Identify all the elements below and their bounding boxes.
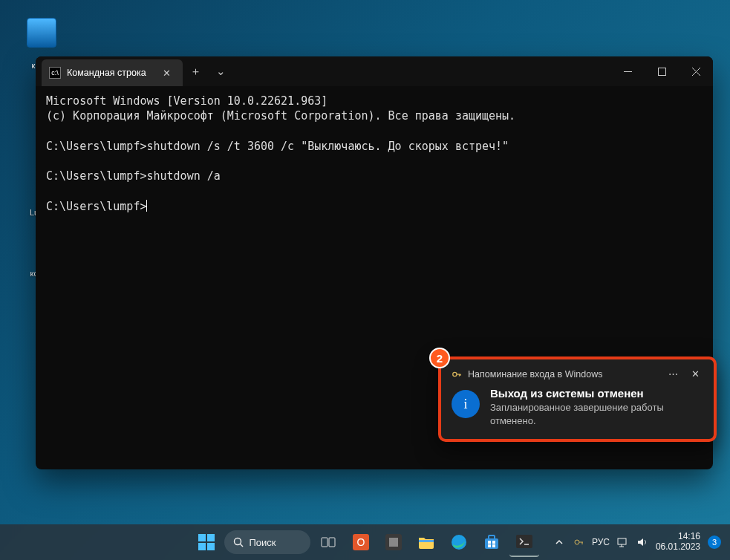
key-icon xyxy=(452,369,462,380)
tray-network-icon[interactable] xyxy=(617,536,629,548)
taskbar-app[interactable] xyxy=(379,527,408,557)
start-button[interactable] xyxy=(192,527,221,557)
taskbar: Поиск O РУС 14:16 06.01.2023 3 xyxy=(0,524,730,560)
svg-rect-25 xyxy=(492,541,495,544)
taskbar-search[interactable]: Поиск xyxy=(224,530,310,554)
toast-message: Запланированное завершение работы отмене… xyxy=(490,401,703,427)
app-icon: O xyxy=(353,534,369,550)
svg-point-30 xyxy=(575,540,579,544)
command-text: shutdown /s /t 3600 /c "Выключаюсь. До с… xyxy=(146,140,509,153)
taskbar-explorer[interactable] xyxy=(411,527,441,557)
text-cursor xyxy=(146,200,147,212)
toast-more-button[interactable]: ⋯ xyxy=(665,368,681,380)
output-line: (c) Корпорация Майкрософт (Microsoft Cor… xyxy=(46,109,515,123)
taskbar-app[interactable]: O xyxy=(346,527,376,557)
prompt: C:\Users\lumpf> xyxy=(46,200,146,213)
info-icon: i xyxy=(452,390,480,418)
svg-rect-11 xyxy=(207,543,215,550)
desktop-icon-thispc[interactable] xyxy=(24,18,59,50)
terminal-icon xyxy=(516,535,532,548)
output-line: Microsoft Windows [Version 10.0.22621.96… xyxy=(46,94,327,108)
prompt: C:\Users\lumpf> xyxy=(46,169,146,183)
tray-key-icon[interactable] xyxy=(573,536,584,548)
taskview-icon xyxy=(321,535,336,550)
svg-rect-20 xyxy=(419,540,434,542)
task-view-button[interactable] xyxy=(313,527,343,557)
maximize-button[interactable] xyxy=(645,56,679,86)
app-icon xyxy=(385,534,402,550)
tab-close-button[interactable]: ✕ xyxy=(157,68,175,79)
store-icon xyxy=(483,534,500,550)
toast-app-name: Напоминание входа в Windows xyxy=(468,369,602,380)
svg-rect-14 xyxy=(322,538,327,547)
svg-rect-15 xyxy=(329,538,335,547)
svg-point-12 xyxy=(234,538,241,545)
toast-title: Выход из системы отменен xyxy=(490,387,703,400)
notification-toast[interactable]: 2 Напоминание входа в Windows ⋯ ✕ i Выхо… xyxy=(438,356,717,442)
tray-chevron-up-icon[interactable] xyxy=(553,536,565,548)
svg-rect-1 xyxy=(658,68,665,75)
folder-icon xyxy=(418,535,434,549)
taskbar-terminal[interactable] xyxy=(509,527,539,557)
tray-volume-icon[interactable] xyxy=(636,536,648,548)
search-icon xyxy=(233,537,244,547)
taskbar-edge[interactable] xyxy=(444,527,474,557)
new-tab-button[interactable]: ＋ xyxy=(183,56,208,86)
titlebar[interactable]: c:\ Командная строка ✕ ＋ ⌄ xyxy=(36,56,713,86)
tray-date: 06.01.2023 xyxy=(656,542,700,553)
close-button[interactable] xyxy=(679,56,713,86)
svg-rect-27 xyxy=(492,544,495,547)
svg-rect-28 xyxy=(516,535,532,548)
tray-language[interactable]: РУС xyxy=(592,537,610,547)
tab-dropdown-button[interactable]: ⌄ xyxy=(208,56,233,86)
chevron-down-icon: ⌄ xyxy=(216,65,226,78)
tray-clock[interactable]: 14:16 06.01.2023 xyxy=(656,532,700,553)
prompt: C:\Users\lumpf> xyxy=(46,140,146,153)
edge-icon xyxy=(451,534,467,550)
tray-notification-badge[interactable]: 3 xyxy=(708,535,721,549)
cmd-icon: c:\ xyxy=(49,67,61,79)
svg-point-4 xyxy=(453,372,457,376)
tab-title: Командная строка xyxy=(67,68,146,78)
svg-rect-22 xyxy=(485,538,498,549)
search-placeholder: Поиск xyxy=(250,537,276,548)
tab-cmd[interactable]: c:\ Командная строка ✕ xyxy=(42,59,183,86)
svg-rect-8 xyxy=(198,534,206,541)
svg-line-13 xyxy=(240,544,243,547)
svg-rect-24 xyxy=(488,541,491,544)
svg-text:O: O xyxy=(356,536,365,548)
toast-close-button[interactable]: ✕ xyxy=(687,368,703,380)
svg-rect-10 xyxy=(198,543,206,550)
svg-rect-23 xyxy=(489,535,495,539)
tray-time: 14:16 xyxy=(656,532,700,542)
system-tray: РУС 14:16 06.01.2023 3 xyxy=(553,532,721,553)
minimize-button[interactable] xyxy=(610,56,645,86)
svg-rect-19 xyxy=(389,538,398,547)
windows-icon xyxy=(198,534,215,550)
svg-rect-9 xyxy=(207,534,215,541)
taskbar-store[interactable] xyxy=(477,527,506,557)
svg-rect-26 xyxy=(488,544,491,547)
terminal-output[interactable]: Microsoft Windows [Version 10.0.22621.96… xyxy=(36,86,713,221)
command-text: shutdown /a xyxy=(146,169,220,183)
callout-badge: 2 xyxy=(429,348,450,368)
svg-rect-33 xyxy=(618,538,626,544)
